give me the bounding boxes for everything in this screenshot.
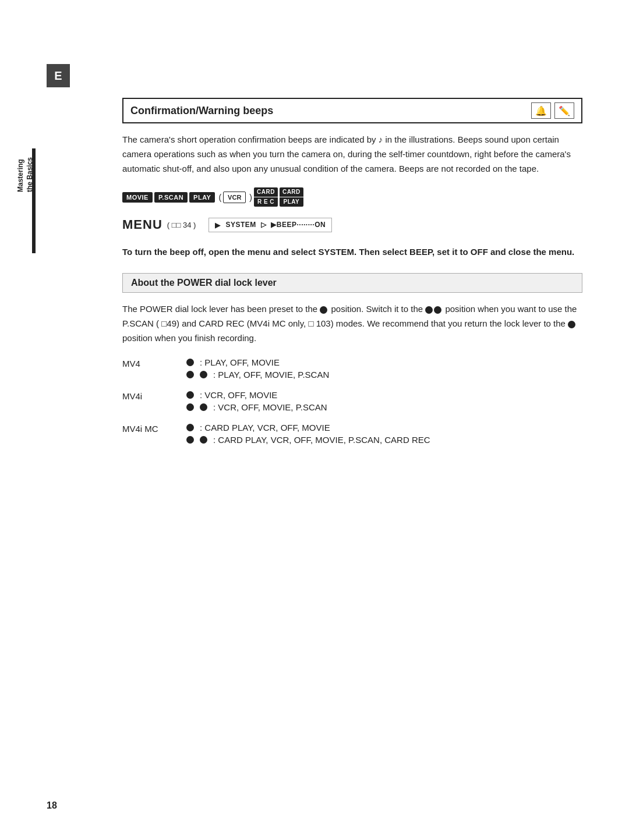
close-paren: ) (249, 193, 252, 202)
mv4imc-row: MV4i MC : CARD PLAY, VCR, OFF, MOVIE : C… (122, 423, 559, 445)
open-paren: ( (218, 193, 221, 202)
section1-header: Confirmation/Warning beeps 🔔 ✏️ (122, 98, 582, 123)
mv4-dot2b (200, 371, 207, 378)
card-play-btn: CARD PLAY (280, 187, 303, 207)
movie-btn: MOVIE (122, 192, 153, 203)
mv4i-dot2a (186, 403, 194, 411)
system-label: SYSTEM (225, 221, 256, 229)
mv4i-dot1 (186, 391, 194, 399)
mv4i-option2-text: : VCR, OFF, MOVIE, P.SCAN (213, 402, 327, 412)
mv4-option2-text: : PLAY, OFF, MOVIE, P.SCAN (213, 370, 329, 380)
mv4-option1: : PLAY, OFF, MOVIE (186, 357, 329, 367)
dot-single-2 (568, 321, 575, 328)
mastering-label: Mastering the Basics (16, 157, 34, 192)
flow-arrow: ▷ (261, 221, 267, 229)
mv4i-option1-text: : VCR, OFF, MOVIE (200, 390, 277, 400)
dot-double-2 (434, 306, 441, 314)
mv4i-options: : VCR, OFF, MOVIE : VCR, OFF, MOVIE, P.S… (186, 390, 327, 412)
mv4imc-dot2b (200, 436, 207, 444)
page-number: 18 (47, 800, 57, 811)
menu-label: MENU (122, 217, 162, 232)
mv4imc-dot1 (186, 424, 194, 431)
dot-single (320, 306, 327, 314)
section1-body: The camera's short operation confirmatio… (122, 133, 582, 176)
power-table: MV4 : PLAY, OFF, MOVIE : PLAY, OFF, MOVI… (122, 357, 559, 445)
mv4i-label: MV4i (122, 390, 186, 401)
mv4imc-label: MV4i MC (122, 423, 186, 434)
menu-diagram: MENU ( □□ 34 ) ▶ SYSTEM ▷ ▶BEEP········O… (122, 217, 582, 232)
section2-header: About the POWER dial lock lever (122, 273, 582, 293)
beep-label: ▶BEEP········ON (271, 221, 326, 229)
instruction-text: To turn the beep off, open the menu and … (122, 245, 582, 259)
mv4-label: MV4 (122, 357, 186, 368)
mv4imc-option1-text: : CARD PLAY, VCR, OFF, MOVIE (200, 423, 330, 433)
mv4-options: : PLAY, OFF, MOVIE : PLAY, OFF, MOVIE, P… (186, 357, 329, 380)
mv4i-dot2b (200, 403, 207, 411)
mv4-option2: : PLAY, OFF, MOVIE, P.SCAN (186, 370, 329, 380)
mode-diagram: MOVIE P.SCAN PLAY ( VCR ) CARD R E C CAR… (122, 187, 582, 207)
section2-body: The POWER dial lock lever has been prese… (122, 302, 582, 345)
dot-double-1 (425, 306, 433, 314)
mv4-dot2a (186, 371, 194, 378)
mv4imc-dot2a (186, 436, 194, 444)
card-rec-btn: CARD R E C (254, 187, 278, 207)
menu-ref: ( □□ 34 ) (167, 221, 196, 229)
pscan-btn: P.SCAN (154, 192, 188, 203)
mv4imc-option2: : CARD PLAY, VCR, OFF, MOVIE, P.SCAN, CA… (186, 435, 430, 445)
mv4i-option2: : VCR, OFF, MOVIE, P.SCAN (186, 402, 327, 412)
play-btn: PLAY (189, 192, 215, 203)
section1-title: Confirmation/Warning beeps (130, 105, 273, 117)
e-label: E (47, 64, 70, 87)
mv4i-option1: : VCR, OFF, MOVIE (186, 390, 327, 400)
mv4-dot1 (186, 359, 194, 366)
mv4-option1-text: : PLAY, OFF, MOVIE (200, 357, 280, 367)
header-icons: 🔔 ✏️ (531, 102, 574, 119)
pencil-icon: ✏️ (554, 102, 574, 119)
menu-flow: ▶ SYSTEM ▷ ▶BEEP········ON (209, 218, 332, 232)
mv4-row: MV4 : PLAY, OFF, MOVIE : PLAY, OFF, MOVI… (122, 357, 559, 380)
mv4imc-option1: : CARD PLAY, VCR, OFF, MOVIE (186, 423, 430, 433)
mv4imc-options: : CARD PLAY, VCR, OFF, MOVIE : CARD PLAY… (186, 423, 430, 445)
vcr-btn: VCR (223, 192, 246, 203)
mv4i-row: MV4i : VCR, OFF, MOVIE : VCR, OFF, MOVIE… (122, 390, 559, 412)
section2-title: About the POWER dial lock lever (131, 278, 277, 288)
system-arrow: ▶ (215, 221, 221, 229)
page: E Mastering the Basics Confirmation/Warn… (0, 0, 629, 840)
mv4imc-option2-text: : CARD PLAY, VCR, OFF, MOVIE, P.SCAN, CA… (213, 435, 430, 445)
bell-icon: 🔔 (531, 102, 551, 119)
